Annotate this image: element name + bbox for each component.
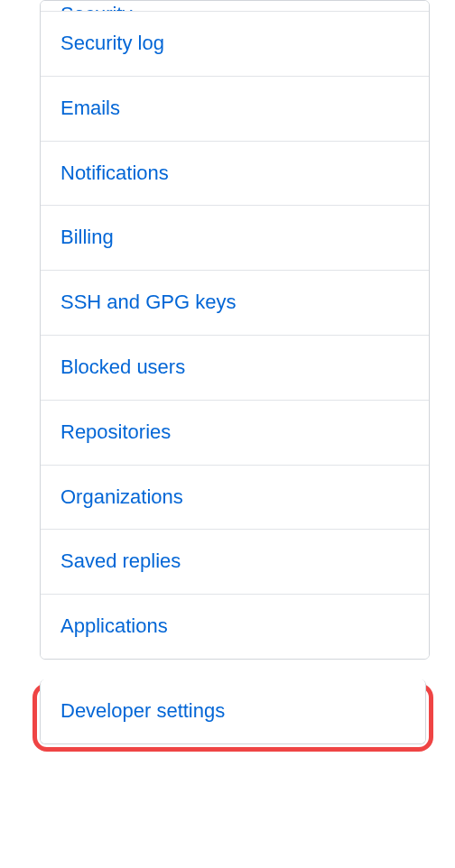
sidebar-item-label: SSH and GPG keys: [60, 291, 236, 313]
highlight-box: Developer settings: [32, 683, 433, 752]
developer-menu-group: Developer settings: [40, 679, 426, 744]
sidebar-item-label: Billing: [60, 226, 114, 248]
sidebar-item-label: Organizations: [60, 485, 183, 508]
sidebar-item-label: Emails: [60, 97, 120, 119]
sidebar-item-billing[interactable]: Billing: [41, 206, 429, 271]
sidebar-item-label: Security log: [60, 32, 164, 54]
sidebar-item-ssh-gpg-keys[interactable]: SSH and GPG keys: [41, 271, 429, 336]
settings-menu-group: Security Security log Emails Notificatio…: [40, 0, 430, 660]
sidebar-item-label: Saved replies: [60, 549, 181, 572]
sidebar-item-emails[interactable]: Emails: [41, 77, 429, 142]
sidebar-item-label: Applications: [60, 614, 168, 637]
sidebar-item-security[interactable]: Security: [41, 1, 429, 12]
sidebar-item-repositories[interactable]: Repositories: [41, 401, 429, 466]
sidebar-item-organizations[interactable]: Organizations: [41, 466, 429, 531]
sidebar-item-notifications[interactable]: Notifications: [41, 142, 429, 207]
sidebar-item-blocked-users[interactable]: Blocked users: [41, 336, 429, 401]
sidebar-item-label: Security: [60, 3, 132, 12]
sidebar-item-applications[interactable]: Applications: [41, 595, 429, 659]
sidebar-item-developer-settings[interactable]: Developer settings: [41, 679, 425, 743]
sidebar-item-saved-replies[interactable]: Saved replies: [41, 530, 429, 595]
sidebar-item-label: Repositories: [60, 420, 171, 443]
sidebar-item-label: Notifications: [60, 162, 169, 184]
sidebar-item-label: Blocked users: [60, 356, 185, 378]
sidebar-item-security-log[interactable]: Security log: [41, 12, 429, 77]
sidebar-item-label: Developer settings: [60, 699, 225, 722]
